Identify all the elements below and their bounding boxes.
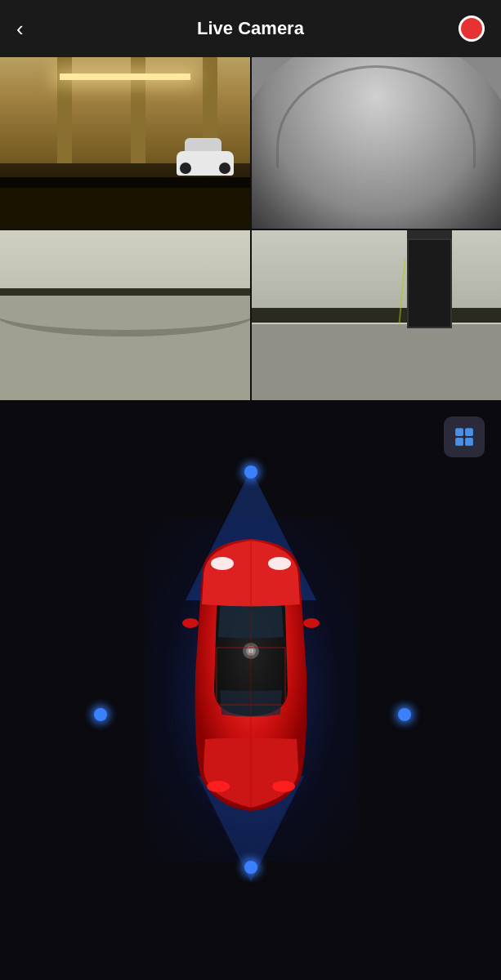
header: ‹ Live Camera bbox=[0, 0, 501, 57]
camera-cell-2[interactable] bbox=[252, 57, 502, 229]
svg-point-6 bbox=[207, 781, 230, 792]
back-button[interactable]: ‹ bbox=[16, 16, 49, 42]
svg-point-7 bbox=[272, 781, 295, 792]
car-svg bbox=[169, 527, 333, 821]
car-view-section bbox=[0, 400, 501, 980]
svg-rect-2 bbox=[455, 438, 463, 446]
camera-cell-4[interactable] bbox=[252, 230, 502, 402]
camera-cell-3[interactable] bbox=[0, 230, 250, 402]
camera-grid bbox=[0, 57, 501, 400]
camera-dot-right[interactable] bbox=[398, 708, 411, 721]
camera-dot-rear[interactable] bbox=[244, 861, 257, 874]
grid-view-button[interactable] bbox=[444, 416, 485, 457]
camera-cell-1[interactable] bbox=[0, 57, 250, 229]
svg-rect-1 bbox=[465, 428, 473, 436]
svg-point-12 bbox=[303, 618, 320, 628]
camera-dot-left[interactable] bbox=[94, 708, 107, 721]
page-title: Live Camera bbox=[197, 18, 304, 39]
svg-point-5 bbox=[268, 557, 291, 570]
camera-dot-front[interactable] bbox=[244, 466, 257, 479]
grid-icon bbox=[454, 426, 475, 448]
svg-point-11 bbox=[182, 618, 199, 628]
car-top-view bbox=[169, 527, 333, 821]
svg-rect-0 bbox=[455, 428, 463, 436]
record-button[interactable] bbox=[459, 16, 485, 42]
svg-point-4 bbox=[211, 557, 234, 570]
svg-rect-3 bbox=[465, 438, 473, 446]
